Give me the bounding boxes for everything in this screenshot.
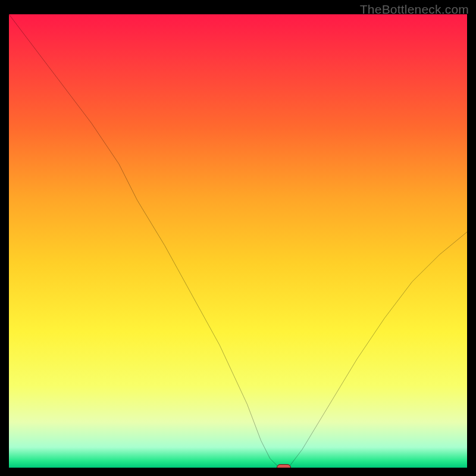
minimum-marker	[277, 464, 292, 468]
curve-layer	[9, 14, 467, 468]
plot-area	[9, 14, 467, 468]
chart-frame: TheBottleneck.com	[0, 0, 476, 476]
bottleneck-curve	[9, 14, 467, 468]
